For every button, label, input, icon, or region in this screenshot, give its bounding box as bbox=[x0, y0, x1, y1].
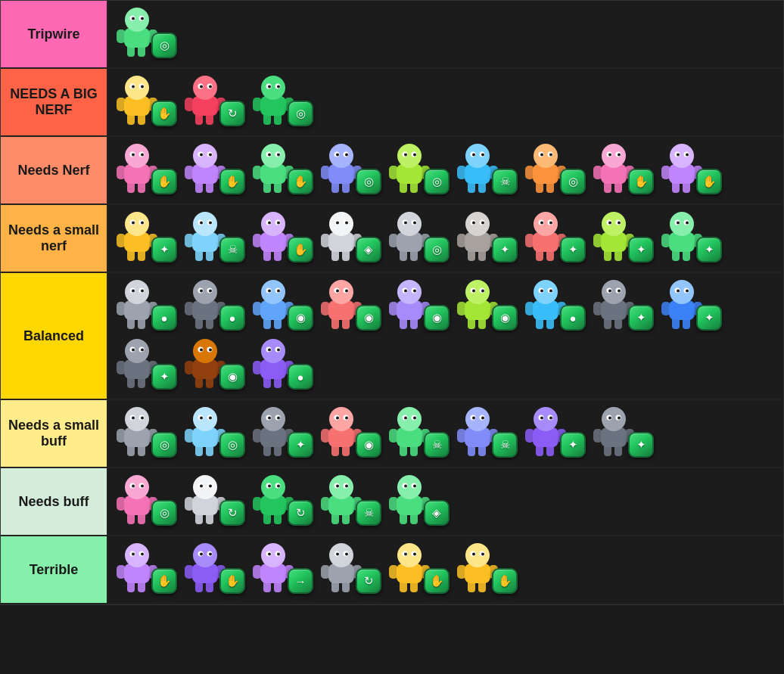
svg-point-21 bbox=[141, 85, 144, 89]
tier-row-needs-small-nerf: Needs a small nerf ✦ ☠ bbox=[1, 205, 783, 273]
svg-point-526 bbox=[132, 553, 135, 556]
brawler-unit: ◉ bbox=[387, 279, 450, 334]
svg-point-427 bbox=[404, 417, 407, 420]
green-badge: ◉ bbox=[288, 305, 313, 331]
brawler-unit: ✦ bbox=[592, 211, 654, 266]
svg-rect-564 bbox=[389, 565, 398, 579]
tier-row-needs-big-nerf: NEEDS A BIG NERF ✋ ↻ bbox=[1, 69, 783, 137]
svg-point-446 bbox=[534, 407, 558, 431]
svg-point-131 bbox=[618, 154, 621, 157]
svg-point-39 bbox=[261, 76, 285, 100]
svg-point-307 bbox=[481, 290, 484, 293]
green-badge: ✋ bbox=[628, 169, 654, 194]
svg-point-65 bbox=[209, 154, 212, 157]
svg-point-42 bbox=[268, 85, 271, 89]
green-badge: → bbox=[288, 568, 313, 594]
svg-point-54 bbox=[141, 154, 144, 157]
brawler-unit: ✦ bbox=[115, 211, 177, 266]
svg-point-83 bbox=[329, 144, 353, 168]
svg-point-417 bbox=[345, 417, 348, 420]
svg-point-347 bbox=[125, 339, 149, 363]
brawler-unit: ✋ bbox=[251, 143, 313, 197]
svg-point-86 bbox=[336, 154, 339, 157]
green-badge: ◎ bbox=[560, 169, 586, 194]
svg-point-538 bbox=[209, 553, 212, 556]
brawler-unit: ◎ bbox=[387, 143, 450, 197]
svg-point-196 bbox=[404, 222, 407, 225]
svg-point-9 bbox=[132, 17, 135, 20]
svg-rect-575 bbox=[457, 565, 466, 579]
svg-point-325 bbox=[602, 280, 626, 304]
tier-row-needs-buff: Needs buff ◎ ↻ bbox=[1, 468, 783, 536]
svg-rect-289 bbox=[389, 302, 398, 315]
svg-point-560 bbox=[345, 553, 348, 556]
svg-point-534 bbox=[193, 543, 217, 567]
svg-point-163 bbox=[200, 222, 203, 225]
green-badge: ✦ bbox=[151, 237, 177, 262]
svg-point-252 bbox=[141, 290, 144, 293]
green-badge: ↻ bbox=[219, 101, 245, 126]
svg-rect-168 bbox=[253, 234, 262, 247]
svg-rect-3 bbox=[117, 30, 126, 43]
brawler-unit: ◎ bbox=[115, 474, 177, 529]
green-badge: ✦ bbox=[288, 432, 313, 458]
tier-label-needs-buff: Needs buff bbox=[1, 468, 108, 535]
green-badge: ✦ bbox=[628, 432, 654, 458]
tier-row-tripwire: Tripwire ◎ bbox=[1, 1, 783, 69]
svg-point-567 bbox=[397, 543, 422, 567]
svg-point-460 bbox=[608, 417, 611, 420]
svg-rect-333 bbox=[661, 302, 670, 315]
green-badge: ◎ bbox=[219, 432, 245, 458]
svg-point-207 bbox=[472, 222, 475, 225]
svg-point-549 bbox=[277, 553, 280, 556]
svg-point-10 bbox=[141, 17, 144, 20]
svg-point-457 bbox=[602, 407, 626, 431]
svg-rect-322 bbox=[593, 302, 602, 315]
green-badge: ✋ bbox=[288, 169, 313, 194]
svg-rect-256 bbox=[185, 302, 194, 315]
tier-content-terrible: ✋ ✋ → bbox=[108, 536, 783, 603]
svg-point-405 bbox=[268, 417, 271, 420]
svg-point-274 bbox=[277, 290, 280, 293]
brawler-unit: ✋ bbox=[660, 143, 722, 197]
svg-rect-311 bbox=[525, 302, 534, 315]
svg-rect-69 bbox=[253, 166, 262, 179]
svg-point-240 bbox=[677, 222, 680, 225]
brawler-unit: ◈ bbox=[319, 211, 381, 266]
svg-point-97 bbox=[404, 154, 407, 157]
svg-rect-432 bbox=[457, 429, 466, 443]
brawler-unit: ↻ bbox=[319, 542, 381, 597]
svg-point-182 bbox=[329, 212, 353, 236]
green-badge: ☠ bbox=[424, 432, 450, 458]
svg-point-149 bbox=[125, 212, 149, 236]
green-badge: ◎ bbox=[151, 33, 177, 58]
svg-point-582 bbox=[481, 553, 484, 556]
svg-point-285 bbox=[345, 290, 348, 293]
svg-point-545 bbox=[261, 543, 285, 567]
svg-rect-454 bbox=[593, 429, 602, 443]
green-badge: ◎ bbox=[424, 237, 450, 262]
svg-point-105 bbox=[465, 144, 490, 168]
svg-rect-553 bbox=[321, 565, 330, 579]
svg-point-160 bbox=[193, 212, 217, 236]
svg-point-358 bbox=[193, 339, 217, 363]
svg-point-505 bbox=[345, 485, 348, 488]
svg-point-472 bbox=[141, 485, 144, 488]
svg-point-204 bbox=[465, 212, 490, 236]
brawler-unit: ◎ bbox=[115, 7, 177, 61]
svg-point-395 bbox=[209, 417, 212, 420]
svg-rect-476 bbox=[185, 497, 194, 511]
svg-point-273 bbox=[268, 290, 271, 293]
svg-point-559 bbox=[336, 553, 339, 556]
svg-point-537 bbox=[200, 553, 203, 556]
brawler-unit: ✦ bbox=[592, 279, 654, 334]
green-badge: ☠ bbox=[219, 237, 245, 262]
svg-point-424 bbox=[397, 407, 422, 431]
svg-point-120 bbox=[549, 154, 552, 157]
svg-point-87 bbox=[345, 154, 348, 157]
svg-point-28 bbox=[193, 76, 217, 100]
brawler-unit: ↻ bbox=[183, 75, 245, 129]
brawler-unit: ☠ bbox=[456, 143, 518, 197]
svg-point-373 bbox=[277, 349, 280, 352]
brawler-unit: → bbox=[251, 542, 313, 597]
